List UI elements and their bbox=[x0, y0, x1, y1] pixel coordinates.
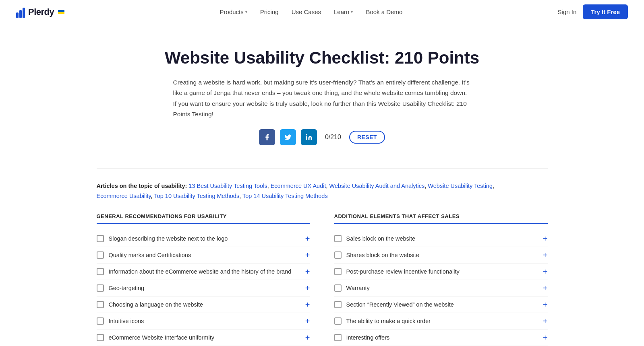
checklist-item-label: eCommerce Website Interface uniformity bbox=[109, 334, 214, 341]
expand-icon[interactable]: + bbox=[543, 334, 548, 342]
article-link-7[interactable]: Top 14 Usability Testing Methods bbox=[242, 193, 328, 199]
checklist-checkbox[interactable] bbox=[334, 317, 342, 325]
list-item: Section “Recently Viewed” on the website… bbox=[334, 297, 548, 313]
checklist-checkbox[interactable] bbox=[97, 235, 104, 242]
checklist-checkbox[interactable] bbox=[97, 268, 104, 275]
expand-icon[interactable]: + bbox=[543, 268, 548, 276]
checklist-item-label: Geo-targeting bbox=[109, 285, 145, 291]
checklist-checkbox[interactable] bbox=[334, 268, 342, 275]
checklist-item-label: Intuitive icons bbox=[109, 318, 144, 324]
checklist-checkbox[interactable] bbox=[97, 251, 104, 259]
sign-in-link[interactable]: Sign In bbox=[558, 8, 577, 15]
left-section-title: GENERAL RECOMMENDATIONS FOR USABILITY bbox=[97, 213, 310, 224]
checklist-item-label: Warranty bbox=[346, 285, 370, 291]
expand-icon[interactable]: + bbox=[543, 317, 548, 325]
expand-icon[interactable]: + bbox=[543, 284, 548, 292]
article-link-3[interactable]: Website Usability Audit and Analytics, bbox=[329, 183, 427, 189]
right-column: ADDITIONAL ELEMENTS THAT AFFECT SALES Sa… bbox=[334, 213, 548, 346]
nav-book-demo[interactable]: Book a Demo bbox=[366, 8, 402, 15]
logo[interactable]: Plerdy bbox=[16, 6, 64, 18]
right-checklist-items: Sales block on the website + Shares bloc… bbox=[334, 231, 548, 346]
checklist-grid: GENERAL RECOMMENDATIONS FOR USABILITY Sl… bbox=[97, 213, 548, 346]
logo-icon bbox=[16, 6, 25, 18]
article-link-2[interactable]: Ecommerce UX Audit, bbox=[271, 183, 328, 189]
nav-use-cases[interactable]: Use Cases bbox=[292, 8, 321, 15]
checklist-checkbox[interactable] bbox=[97, 317, 104, 325]
expand-icon[interactable]: + bbox=[305, 284, 310, 292]
bar1 bbox=[16, 12, 19, 18]
list-item: The ability to make a quick order + bbox=[334, 313, 548, 330]
svg-point-0 bbox=[306, 134, 307, 136]
article-link-1[interactable]: 13 Best Usability Testing Tools, bbox=[188, 183, 269, 189]
list-item: Information about the eCommerce website … bbox=[97, 264, 310, 280]
article-link-6[interactable]: Top 10 Usability Testing Methods, bbox=[154, 193, 241, 199]
articles-section: Articles on the topic of usability: 13 B… bbox=[97, 181, 548, 201]
expand-icon[interactable]: + bbox=[305, 317, 310, 325]
expand-icon[interactable]: + bbox=[305, 268, 310, 276]
expand-icon[interactable]: + bbox=[305, 251, 310, 259]
facebook-icon bbox=[263, 134, 271, 141]
social-row: 0/210 RESET bbox=[97, 129, 548, 145]
checklist-item-label: Choosing a language on the website bbox=[109, 301, 203, 308]
checklist-item-label: Information about the eCommerce website … bbox=[109, 268, 292, 275]
expand-icon[interactable]: + bbox=[305, 334, 310, 342]
nav-learn[interactable]: Learn ▾ bbox=[334, 8, 353, 15]
section-divider bbox=[97, 169, 548, 169]
checklist-checkbox[interactable] bbox=[334, 251, 342, 259]
expand-icon[interactable]: + bbox=[543, 301, 548, 309]
checklist-item-label: Slogan describing the website next to th… bbox=[109, 235, 228, 242]
right-section-title: ADDITIONAL ELEMENTS THAT AFFECT SALES bbox=[334, 213, 548, 224]
list-item: Slogan describing the website next to th… bbox=[97, 231, 310, 247]
list-item: eCommerce Website Interface uniformity + bbox=[97, 330, 310, 346]
checklist-item-label: Quality marks and Certifications bbox=[109, 252, 191, 258]
logo-text: Plerdy bbox=[28, 7, 54, 17]
checklist-checkbox[interactable] bbox=[334, 235, 342, 242]
checklist-item-label: The ability to make a quick order bbox=[346, 318, 431, 324]
header: Plerdy Products ▾ Pricing Use Cases Lear… bbox=[0, 0, 644, 24]
checklist-item-label: Section “Recently Viewed” on the website bbox=[346, 301, 454, 308]
linkedin-icon bbox=[305, 134, 313, 141]
try-free-button[interactable]: Try It Free bbox=[583, 4, 628, 19]
list-item: Interesting offers + bbox=[334, 330, 548, 346]
checklist-checkbox[interactable] bbox=[334, 334, 342, 341]
hero-description: Creating a website is hard work, but mak… bbox=[173, 77, 471, 119]
expand-icon[interactable]: + bbox=[305, 301, 310, 309]
hero-section: Website Usability Checklist: 210 Points … bbox=[97, 40, 548, 161]
expand-icon[interactable]: + bbox=[543, 235, 548, 243]
article-link-4[interactable]: Website Usability Testing, bbox=[428, 183, 494, 189]
nav-pricing[interactable]: Pricing bbox=[260, 8, 279, 15]
nav-products[interactable]: Products ▾ bbox=[220, 8, 247, 15]
page-title: Website Usability Checklist: 210 Points bbox=[97, 48, 548, 68]
linkedin-share-button[interactable] bbox=[301, 129, 317, 145]
chevron-down-icon: ▾ bbox=[351, 10, 353, 14]
main-nav: Products ▾ Pricing Use Cases Learn ▾ Boo… bbox=[220, 8, 403, 15]
header-actions: Sign In Try It Free bbox=[558, 4, 628, 19]
checklist-item-label: Sales block on the website bbox=[346, 235, 416, 242]
checklist-checkbox[interactable] bbox=[334, 301, 342, 308]
expand-icon[interactable]: + bbox=[543, 251, 548, 259]
articles-label: Articles on the topic of usability: bbox=[97, 183, 187, 189]
list-item: Geo-targeting + bbox=[97, 280, 310, 297]
facebook-share-button[interactable] bbox=[259, 129, 275, 145]
checklist-item-label: Interesting offers bbox=[346, 334, 390, 341]
list-item: Sales block on the website + bbox=[334, 231, 548, 247]
list-item: Intuitive icons + bbox=[97, 313, 310, 330]
bar2 bbox=[19, 10, 22, 18]
checklist-checkbox[interactable] bbox=[97, 301, 104, 308]
bar3 bbox=[23, 8, 25, 18]
checklist-checkbox[interactable] bbox=[334, 284, 342, 292]
twitter-share-button[interactable] bbox=[280, 129, 296, 145]
list-item: Shares block on the website + bbox=[334, 247, 548, 264]
checklist-item-label: Shares block on the website bbox=[346, 252, 419, 258]
list-item: Quality marks and Certifications + bbox=[97, 247, 310, 264]
ukraine-flag bbox=[58, 10, 64, 14]
left-column: GENERAL RECOMMENDATIONS FOR USABILITY Sl… bbox=[97, 213, 310, 346]
left-checklist-items: Slogan describing the website next to th… bbox=[97, 231, 310, 346]
reset-button[interactable]: RESET bbox=[349, 131, 385, 144]
checklist-checkbox[interactable] bbox=[97, 334, 104, 341]
checklist-checkbox[interactable] bbox=[97, 284, 104, 292]
list-item: Post-purchase review incentive functiona… bbox=[334, 264, 548, 280]
main-content: Website Usability Checklist: 210 Points … bbox=[81, 24, 564, 346]
expand-icon[interactable]: + bbox=[305, 235, 310, 243]
article-link-5[interactable]: Ecommerce Usability, bbox=[97, 193, 153, 199]
